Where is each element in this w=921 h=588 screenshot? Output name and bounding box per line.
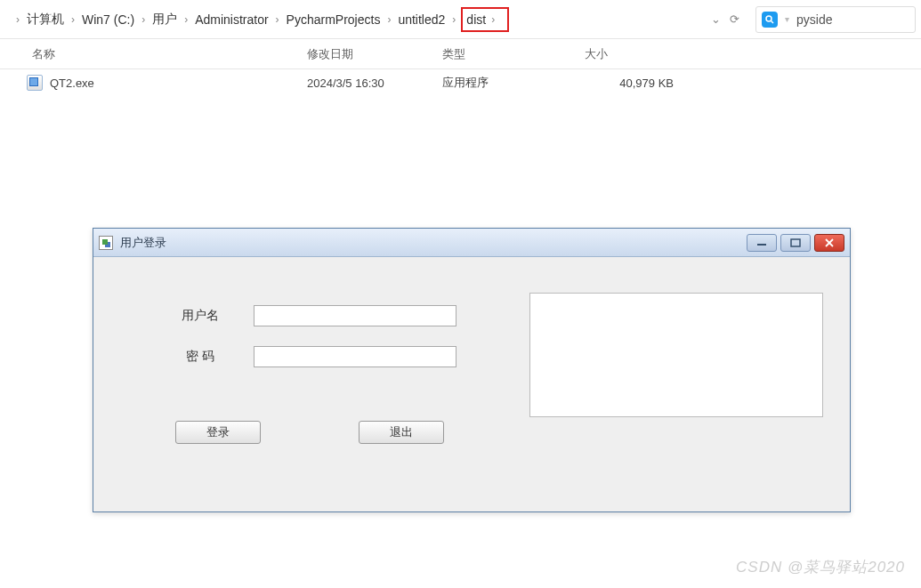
close-icon xyxy=(824,238,835,247)
crumb-dist-label: dist xyxy=(466,12,486,27)
username-label: 用户名 xyxy=(165,308,236,324)
dialog-titlebar[interactable]: 用户登录 xyxy=(93,229,850,257)
chevron-right-icon: › xyxy=(16,13,20,26)
file-type: 应用程序 xyxy=(442,75,585,91)
crumb-untitled2[interactable]: untitled2 xyxy=(394,11,448,28)
chevron-right-icon: › xyxy=(276,13,279,26)
address-controls: ⌄ ⟳ xyxy=(702,12,748,26)
chevron-right-icon: › xyxy=(491,13,495,26)
exit-button[interactable]: 退出 xyxy=(359,421,444,444)
minimize-button[interactable] xyxy=(747,234,777,252)
username-field[interactable] xyxy=(254,305,456,326)
file-size: 40,979 KB xyxy=(585,77,691,90)
watermark: CSDN @菜鸟驿站2020 xyxy=(736,557,905,577)
svg-point-0 xyxy=(766,16,772,21)
chevron-right-icon: › xyxy=(452,13,456,26)
password-label: 密 码 xyxy=(165,349,236,365)
output-panel[interactable] xyxy=(529,293,823,417)
header-size[interactable]: 大小 xyxy=(585,46,691,62)
chevron-right-icon: › xyxy=(71,13,75,26)
password-field[interactable] xyxy=(254,346,456,367)
search-icon xyxy=(762,12,778,28)
crumb-computer[interactable]: 计算机 xyxy=(23,10,68,29)
chevron-down-icon[interactable]: ▾ xyxy=(785,14,789,24)
app-icon xyxy=(99,236,113,250)
window-controls xyxy=(747,234,844,252)
dialog-title: 用户登录 xyxy=(120,235,747,251)
close-button[interactable] xyxy=(814,234,844,252)
header-date[interactable]: 修改日期 xyxy=(307,46,442,62)
crumb-users[interactable]: 用户 xyxy=(149,10,181,29)
crumb-drive[interactable]: Win7 (C:) xyxy=(78,11,138,28)
login-button[interactable]: 登录 xyxy=(175,421,261,444)
dialog-body: 用户名 密 码 登录 退出 xyxy=(93,257,850,511)
maximize-button[interactable] xyxy=(780,234,811,252)
crumb-projects[interactable]: PycharmProjects xyxy=(283,11,384,28)
search-text: pyside xyxy=(796,12,832,27)
file-date: 2024/3/5 16:30 xyxy=(307,77,442,90)
svg-rect-2 xyxy=(757,244,766,246)
crumb-dist[interactable]: dist › xyxy=(461,7,509,32)
login-form: 用户名 密 码 xyxy=(165,305,512,387)
maximize-icon xyxy=(790,238,801,247)
breadcrumb[interactable]: › 计算机 › Win7 (C:) › 用户 › Administrator ›… xyxy=(5,0,702,38)
chevron-right-icon: › xyxy=(387,13,391,26)
table-row[interactable]: QT2.exe 2024/3/5 16:30 应用程序 40,979 KB xyxy=(0,69,921,96)
search-input[interactable]: ▾ pyside xyxy=(755,6,916,33)
crumb-admin[interactable]: Administrator xyxy=(191,11,271,28)
column-headers: 名称 修改日期 类型 大小 xyxy=(0,39,921,69)
dialog-buttons: 登录 退出 xyxy=(175,421,444,444)
svg-line-1 xyxy=(772,20,774,23)
exe-file-icon xyxy=(27,75,43,91)
refresh-icon[interactable]: ⟳ xyxy=(730,12,739,26)
dropdown-icon[interactable]: ⌄ xyxy=(711,12,721,26)
login-dialog: 用户登录 用户名 密 码 登录 退出 xyxy=(93,228,851,512)
address-bar: › 计算机 › Win7 (C:) › 用户 › Administrator ›… xyxy=(0,0,921,39)
header-type[interactable]: 类型 xyxy=(442,46,585,62)
file-name: QT2.exe xyxy=(50,77,94,90)
chevron-right-icon: › xyxy=(184,13,188,26)
header-name[interactable]: 名称 xyxy=(0,46,307,62)
minimize-icon xyxy=(756,238,767,247)
chevron-right-icon: › xyxy=(141,13,145,26)
svg-rect-3 xyxy=(791,239,800,246)
